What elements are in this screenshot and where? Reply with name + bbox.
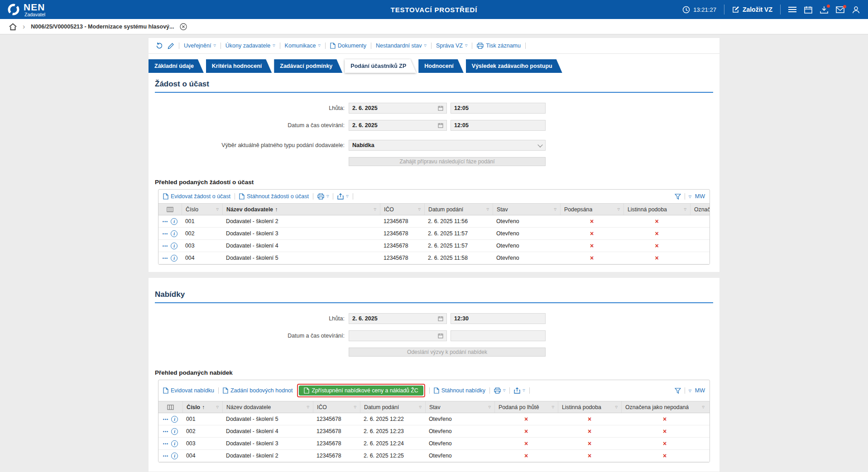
create-vz-button[interactable]: Založit VZ — [732, 6, 772, 13]
info-icon[interactable] — [171, 255, 177, 262]
nabidky-otevirani-time-field[interactable] — [451, 330, 546, 341]
table-row[interactable]: 004 Dodavatel - školení 5 12345678 2. 6.… — [158, 252, 710, 264]
stahnout-zadosti-link[interactable]: Stáhnout žádosti o účast — [239, 193, 309, 200]
evidovat-zadost-link[interactable]: Evidovat žádost o účast — [163, 193, 230, 200]
table-row[interactable]: 001 Dodavatel - školení 5 12345678 2. 6.… — [158, 413, 710, 425]
header-cislo[interactable]: Číslo↑▽ — [182, 401, 222, 413]
row-menu-icon[interactable] — [163, 243, 168, 249]
table-row[interactable]: 003 Dodavatel - školení 3 12345678 2. 6.… — [158, 438, 710, 450]
dropdown-caret-icon[interactable]: ▽ — [689, 195, 691, 199]
mw-view-link[interactable]: MW — [695, 387, 705, 394]
info-icon[interactable] — [171, 218, 177, 225]
calendar-small-icon[interactable] — [438, 316, 443, 321]
table-row[interactable]: 004 Dodavatel - školení 2 12345678 2. 6.… — [158, 450, 710, 462]
info-icon[interactable] — [171, 453, 178, 459]
filter-caret-icon[interactable]: ▽ — [417, 405, 422, 409]
row-menu-icon[interactable] — [163, 453, 168, 459]
filter-caret-icon[interactable]: ▽ — [304, 405, 309, 409]
header-oznacena[interactable]: Označe — [690, 204, 710, 215]
filter-caret-icon[interactable]: ▽ — [551, 208, 556, 211]
otevirani-date-field[interactable]: 2. 6. 2025 — [349, 120, 447, 131]
print-table-button[interactable]: ▽ — [317, 193, 329, 200]
row-menu-icon[interactable] — [163, 218, 168, 224]
header-ico[interactable]: IČO▽ — [313, 401, 360, 413]
column-settings-header[interactable] — [158, 401, 182, 413]
header-ico[interactable]: IČO▽ — [380, 204, 424, 215]
header-listinna-podoba[interactable]: Listinná podoba▽ — [623, 204, 690, 215]
menu-komunikace[interactable]: Komunikace▽ — [285, 43, 321, 49]
menu-tisk-zaznamu[interactable]: Tisk záznamu — [477, 43, 521, 49]
close-record-icon[interactable] — [180, 23, 187, 30]
filter-caret-icon[interactable]: ▽ — [615, 208, 620, 211]
menu-icon[interactable] — [788, 7, 796, 12]
lhuta-time-field[interactable]: 12:05 — [451, 103, 546, 114]
header-oznacena-jako-nepodana[interactable]: Označena jako nepodaná▽ — [621, 401, 708, 413]
tab-hodnoceni[interactable]: Hodnocení — [418, 59, 464, 73]
info-icon[interactable] — [171, 230, 177, 237]
row-menu-icon[interactable] — [163, 255, 168, 261]
row-menu-icon[interactable] — [163, 440, 168, 447]
info-icon[interactable] — [171, 243, 177, 249]
calendar-small-icon[interactable] — [438, 123, 443, 128]
zahajit-pripravu-button[interactable]: Zahájit přípravu následující fáze podání — [349, 157, 546, 166]
history-icon[interactable] — [156, 42, 163, 49]
info-icon[interactable] — [171, 416, 178, 423]
tab-kriteria-hodnoceni[interactable]: Kritéria hodnocení — [206, 59, 272, 73]
calendar-icon[interactable] — [804, 6, 812, 14]
header-podana-po-lhute[interactable]: Podaná po lhůtě▽ — [494, 401, 558, 413]
nen-logo[interactable]: NEN Zadavatel — [7, 2, 45, 17]
filter-caret-icon[interactable]: ▽ — [613, 405, 618, 409]
downloads-icon[interactable] — [820, 6, 828, 14]
header-stav[interactable]: Stav▽ — [425, 401, 494, 413]
export-table-button[interactable]: ▽ — [337, 193, 348, 200]
header-podepsana[interactable]: Podepsána▽ — [560, 204, 623, 215]
odeslani-vyzvy-button[interactable]: Odeslání výzvy k podání nabídek — [349, 348, 546, 357]
menu-uverejneni[interactable]: Uveřejnění▽ — [184, 43, 216, 49]
filter-caret-icon[interactable]: ▽ — [351, 405, 356, 409]
header-datum-podani[interactable]: Datum podání▽ — [360, 401, 425, 413]
info-icon[interactable] — [171, 440, 178, 447]
filter-caret-icon[interactable]: ▽ — [416, 208, 421, 211]
filter-caret-icon[interactable]: ▽ — [484, 208, 489, 211]
table-row[interactable]: 003 Dodavatel - školení 4 12345678 2. 6.… — [158, 240, 710, 252]
header-datum-podani[interactable]: Datum podání▽ — [424, 204, 493, 215]
nabidky-lhuta-date-field[interactable]: 2. 6. 2025 — [349, 313, 447, 324]
user-icon[interactable] — [852, 6, 860, 14]
table-row[interactable]: 001 Dodavatel - školení 2 12345678 2. 6.… — [158, 215, 710, 228]
header-nazev-dodavatele[interactable]: Název dodavatele↑▽ — [222, 204, 380, 215]
filter-caret-icon[interactable]: ▽ — [371, 208, 376, 211]
info-icon[interactable] — [171, 428, 178, 435]
filter-icon[interactable] — [675, 388, 681, 394]
tab-zakladni-udaje[interactable]: Základní údaje — [149, 59, 204, 73]
filter-icon[interactable] — [675, 194, 681, 200]
filter-caret-icon[interactable]: ▽ — [681, 208, 686, 211]
column-settings-header[interactable] — [158, 204, 182, 215]
header-cislo[interactable]: Číslo▽ — [182, 204, 222, 215]
nabidky-lhuta-time-field[interactable]: 12:30 — [451, 313, 546, 324]
stahnout-nabidky-link[interactable]: Stáhnout nabídky — [434, 387, 485, 394]
table-row[interactable]: 002 Dodavatel - školení 4 12345678 2. 6.… — [158, 425, 710, 438]
filter-caret-icon[interactable]: ▽ — [700, 405, 705, 409]
messages-icon[interactable] — [836, 6, 844, 13]
dropdown-caret-icon[interactable]: ▽ — [689, 389, 691, 393]
evidovat-nabidku-link[interactable]: Evidovat nabídku — [163, 387, 214, 394]
tab-vysledek-zadavaciho-postupu[interactable]: Výsledek zadávacího postupu — [466, 59, 562, 73]
typ-podani-select[interactable]: Nabídka — [349, 140, 546, 151]
row-menu-icon[interactable] — [163, 230, 168, 237]
menu-ukony-zadavatele[interactable]: Úkony zadavatele▽ — [225, 43, 275, 49]
calendar-small-icon[interactable] — [438, 105, 443, 111]
edit-icon[interactable] — [168, 43, 174, 49]
breadcrumb-record-link[interactable]: N006/25/V00005213 - Modernizace systému … — [31, 24, 174, 30]
print-table-button[interactable]: ▽ — [494, 387, 505, 394]
home-icon[interactable] — [9, 23, 17, 30]
row-menu-icon[interactable] — [163, 416, 168, 422]
table-row[interactable]: 002 Dodavatel - školení 3 12345678 2. 6.… — [158, 228, 710, 240]
nabidky-otevirani-date-field[interactable] — [349, 330, 447, 341]
header-listinna-podoba[interactable]: Listinná podoba▽ — [558, 401, 621, 413]
export-table-button[interactable]: ▽ — [514, 387, 525, 394]
header-nazev-dodavatele[interactable]: Název dodavatele▽ — [222, 401, 313, 413]
calendar-small-icon[interactable] — [438, 333, 443, 339]
row-menu-icon[interactable] — [163, 428, 168, 434]
filter-caret-icon[interactable]: ▽ — [214, 405, 219, 409]
menu-dokumenty[interactable]: Dokumenty — [330, 43, 366, 49]
